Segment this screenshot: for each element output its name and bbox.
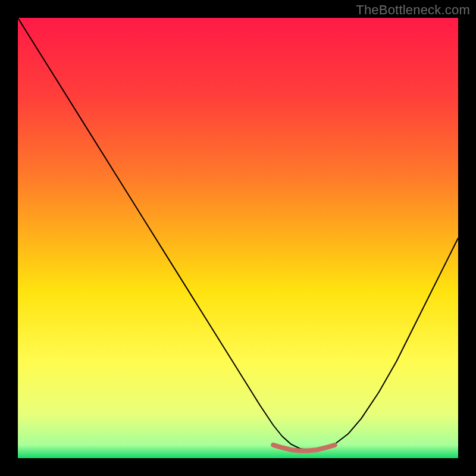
plot-background bbox=[18, 18, 458, 458]
plot-area bbox=[18, 18, 458, 458]
chart-frame: TheBottleneck.com bbox=[0, 0, 476, 476]
watermark-text: TheBottleneck.com bbox=[356, 2, 470, 18]
chart-svg bbox=[18, 18, 458, 458]
